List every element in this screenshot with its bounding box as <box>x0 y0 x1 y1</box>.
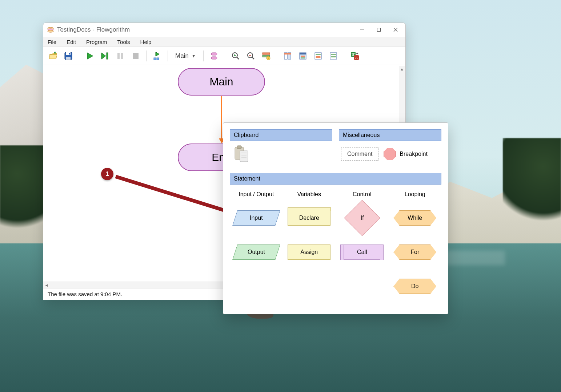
svg-rect-41 <box>316 54 321 55</box>
svg-rect-9 <box>66 57 71 60</box>
shape-assign[interactable]: Assign <box>288 245 330 260</box>
zoom-out-button[interactable] <box>244 49 258 63</box>
chevron-down-icon: ▼ <box>192 53 196 58</box>
run-to-button[interactable] <box>150 49 164 63</box>
titlebar[interactable]: TestingDocs - Flowgorithm <box>43 23 405 37</box>
svg-line-23 <box>237 57 239 59</box>
menu-help[interactable]: Help <box>139 38 153 46</box>
panel-icon-d <box>329 52 338 60</box>
translate-button[interactable]: 文A <box>348 49 362 63</box>
breakpoint-button[interactable]: Breakpoint <box>384 148 428 160</box>
svg-rect-35 <box>284 53 291 54</box>
layout-settings-button[interactable] <box>259 49 273 63</box>
shape-do-label: Do <box>411 283 418 290</box>
menu-file[interactable]: File <box>46 38 58 46</box>
pause-icon <box>116 52 124 60</box>
svg-rect-4 <box>377 28 381 32</box>
run-button[interactable] <box>83 49 97 63</box>
svg-rect-20 <box>211 53 217 55</box>
svg-rect-18 <box>154 58 156 60</box>
step-button[interactable] <box>98 49 112 63</box>
save-icon <box>64 51 73 61</box>
menubar: File Edit Program Tools Help <box>43 37 405 47</box>
pause-button[interactable] <box>113 49 127 63</box>
menu-program[interactable]: Program <box>85 38 109 46</box>
shape-call[interactable]: Call <box>341 245 384 260</box>
panel-a-button[interactable] <box>281 49 294 63</box>
function-name: Main <box>175 52 189 60</box>
flow-arrow-line[interactable] <box>221 96 222 139</box>
comment-label: Comment <box>347 151 372 157</box>
shapes-icon <box>209 51 219 61</box>
stop-icon <box>132 52 140 60</box>
clipboard-header: Clipboard <box>230 129 332 141</box>
window-title: TestingDocs - Flowgorithm <box>57 26 130 33</box>
style-button[interactable] <box>207 49 221 63</box>
svg-rect-53 <box>237 146 241 149</box>
svg-rect-44 <box>331 54 336 55</box>
col-io: Input / Output <box>230 191 283 198</box>
shape-do[interactable]: Do <box>393 279 436 294</box>
svg-marker-17 <box>156 52 159 56</box>
panel-c-button[interactable] <box>311 49 325 63</box>
insert-shape-panel: Clipboard Miscellaneous Comment Breakpoi… <box>223 122 448 314</box>
maximize-button[interactable] <box>370 24 387 36</box>
svg-rect-13 <box>107 53 108 59</box>
svg-rect-39 <box>301 57 305 58</box>
folder-open-icon <box>48 51 58 61</box>
save-button[interactable] <box>61 49 75 63</box>
app-icon <box>47 26 54 33</box>
paste-icon[interactable] <box>233 145 250 163</box>
panel-icon-a <box>283 52 292 60</box>
annotation-number: 1 <box>105 170 109 178</box>
shape-if[interactable]: If <box>344 200 380 236</box>
bg-trees-right <box>503 138 561 233</box>
panel-d-button[interactable] <box>326 49 340 63</box>
zoom-in-button[interactable] <box>229 49 243 63</box>
svg-rect-15 <box>121 53 123 59</box>
svg-rect-45 <box>331 56 336 57</box>
shape-output[interactable]: Output <box>232 245 280 260</box>
zoom-in-icon <box>231 52 240 60</box>
statement-header: Statement <box>230 173 441 185</box>
function-selector[interactable]: Main ▼ <box>172 52 200 60</box>
svg-rect-37 <box>300 53 306 54</box>
svg-rect-42 <box>316 56 321 58</box>
svg-text:A: A <box>355 56 358 60</box>
svg-rect-14 <box>117 53 120 59</box>
svg-rect-29 <box>263 53 270 54</box>
comment-button[interactable]: Comment <box>341 147 378 161</box>
flow-start-label: Main <box>209 76 233 88</box>
open-button[interactable] <box>46 49 60 63</box>
statement-columns: Input / Output Variables Control Looping <box>230 191 441 198</box>
shape-for[interactable]: For <box>393 245 436 260</box>
step-icon <box>100 52 110 60</box>
misc-header: Miscellaneous <box>339 129 441 141</box>
svg-rect-40 <box>315 53 321 59</box>
close-button[interactable] <box>387 24 404 36</box>
shape-input[interactable]: Input <box>232 210 280 226</box>
shape-output-label: Output <box>248 249 265 255</box>
shape-input-label: Input <box>250 215 263 221</box>
toolbar: Main ▼ 文A <box>43 47 405 65</box>
panel-b-button[interactable] <box>296 49 310 63</box>
menu-edit[interactable]: Edit <box>65 38 77 46</box>
scroll-up-icon[interactable]: ▲ <box>399 66 405 72</box>
minimize-button[interactable] <box>354 24 370 36</box>
play-icon <box>85 52 94 60</box>
breakpoint-label: Breakpoint <box>400 151 428 157</box>
menu-tools[interactable]: Tools <box>116 38 132 46</box>
stop-button[interactable] <box>129 49 143 63</box>
flow-start-node[interactable]: Main <box>178 68 265 96</box>
svg-marker-11 <box>87 53 93 59</box>
scroll-left-icon[interactable]: ◄ <box>43 283 50 287</box>
run-to-icon <box>152 51 162 61</box>
svg-rect-54 <box>240 151 248 162</box>
shape-declare[interactable]: Declare <box>288 210 330 226</box>
status-text: The file was saved at 9:04 PM. <box>48 291 122 297</box>
shape-call-label: Call <box>357 249 367 255</box>
breakpoint-icon <box>384 148 396 160</box>
svg-line-27 <box>252 57 254 59</box>
shape-while[interactable]: While <box>393 210 436 226</box>
svg-rect-16 <box>133 53 139 59</box>
